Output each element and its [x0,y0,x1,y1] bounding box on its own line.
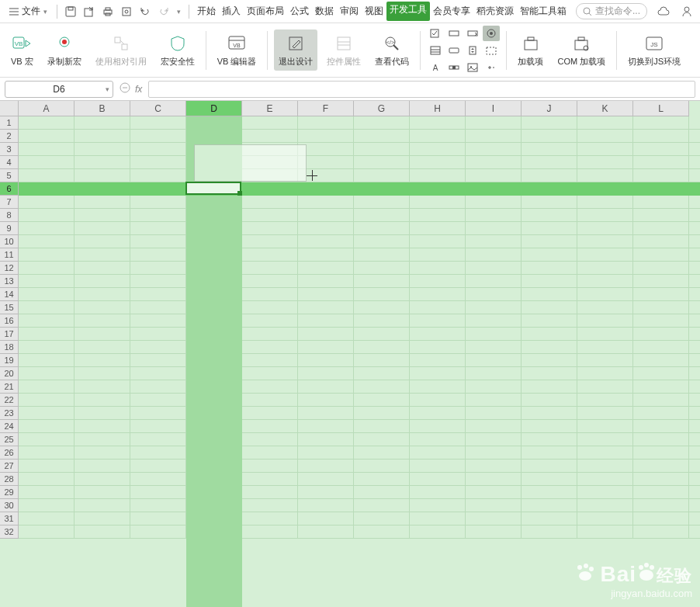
cell[interactable] [130,407,186,420]
row-header-14[interactable]: 14 [0,288,19,301]
cell[interactable] [410,486,466,499]
cell[interactable] [354,262,410,275]
cell[interactable] [130,301,186,314]
cell[interactable] [242,156,298,169]
cell[interactable] [75,499,130,512]
col-header-C[interactable]: C [130,101,186,116]
cell[interactable] [633,341,689,354]
cell[interactable] [242,341,298,354]
cell[interactable] [410,433,466,446]
cell[interactable] [689,341,700,354]
cell[interactable] [633,301,689,314]
row-header-11[interactable]: 11 [0,248,19,262]
cell[interactable] [298,314,354,328]
cell[interactable] [75,182,130,196]
cell[interactable] [633,486,689,499]
row-header-10[interactable]: 10 [0,235,19,248]
col-header-J[interactable]: J [522,101,577,116]
cell[interactable] [354,460,410,473]
cell[interactable] [577,407,633,420]
cell[interactable] [689,525,700,539]
cell[interactable] [577,196,633,209]
cell[interactable] [242,314,298,328]
row-header-13[interactable]: 13 [0,275,19,288]
row-header-9[interactable]: 9 [0,222,19,235]
cell[interactable] [19,116,75,130]
cell[interactable] [242,222,298,235]
cell[interactable] [689,499,700,512]
cell[interactable] [130,182,186,196]
cell[interactable] [354,446,410,460]
cell[interactable] [75,130,130,143]
cell[interactable] [522,314,577,328]
cell[interactable] [19,275,75,288]
tab-3[interactable]: 公式 [287,2,312,21]
cell[interactable] [298,222,354,235]
cell[interactable] [522,130,577,143]
cell[interactable] [130,367,186,380]
cell[interactable] [410,169,466,182]
cell[interactable] [577,169,633,182]
cell[interactable] [242,512,298,525]
cell[interactable] [354,328,410,341]
command-search[interactable]: 查找命令... [576,3,647,19]
cell[interactable] [410,473,466,486]
cell[interactable] [242,143,298,156]
cell[interactable] [130,354,186,367]
switch-js-button[interactable]: JS 切换到JS环境 [623,29,685,71]
cell[interactable] [466,486,522,499]
cell[interactable] [242,380,298,394]
cell[interactable] [298,235,354,248]
combobox-control-icon[interactable] [464,26,481,41]
cell[interactable] [633,525,689,539]
col-header-E[interactable]: E [242,101,298,116]
cell[interactable] [633,262,689,275]
row-header-21[interactable]: 21 [0,380,19,394]
cell[interactable] [633,222,689,235]
fx-icon[interactable]: fx [135,84,142,95]
cell[interactable] [522,196,577,209]
cell[interactable] [522,525,577,539]
row-header-7[interactable]: 7 [0,196,19,209]
cell[interactable] [466,222,522,235]
cell[interactable] [633,130,689,143]
cell[interactable] [130,288,186,301]
cell[interactable] [577,367,633,380]
spinner-control-icon[interactable] [464,43,481,58]
cell[interactable] [130,341,186,354]
row-header-12[interactable]: 12 [0,262,19,275]
cell[interactable] [75,314,130,328]
cell[interactable] [19,262,75,275]
cell[interactable] [577,486,633,499]
cell[interactable] [19,288,75,301]
user-icon[interactable] [678,3,695,20]
row-header-26[interactable]: 26 [0,446,19,460]
cell[interactable] [298,116,354,130]
cell[interactable] [466,407,522,420]
row-header-15[interactable]: 15 [0,301,19,314]
cell[interactable] [75,525,130,539]
cell[interactable] [410,525,466,539]
name-box[interactable]: D6 ▾ [5,81,113,98]
cell[interactable] [298,169,354,182]
row-header-23[interactable]: 23 [0,407,19,420]
view-code-button[interactable]: </> 查看代码 [370,29,414,71]
cell[interactable] [466,169,522,182]
cell[interactable] [522,301,577,314]
tab-7[interactable]: 开发工具 [386,2,430,21]
cell[interactable] [577,156,633,169]
cell[interactable] [130,499,186,512]
cell[interactable] [242,301,298,314]
cell[interactable] [242,196,298,209]
cell[interactable] [19,354,75,367]
cell[interactable] [577,420,633,433]
cell[interactable] [186,262,242,275]
cell[interactable] [242,209,298,222]
cell[interactable] [522,499,577,512]
cell[interactable] [354,433,410,446]
cell[interactable] [186,354,242,367]
cell[interactable] [130,433,186,446]
scrollbar-control-icon[interactable] [445,60,463,75]
cell[interactable] [689,169,700,182]
cell[interactable] [75,209,130,222]
